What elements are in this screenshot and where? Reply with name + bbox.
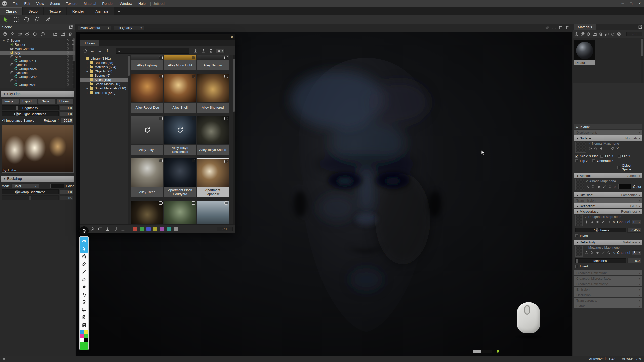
screenshot-icon[interactable] [80, 313, 88, 321]
delete-icon[interactable] [67, 31, 74, 37]
download-icon[interactable] [105, 227, 110, 231]
annotation-color-swatch[interactable] [84, 334, 88, 338]
map-clear-icon[interactable]: ✕ [612, 220, 615, 224]
visibility-icon[interactable] [71, 51, 75, 54]
tree-expander[interactable]: + [86, 70, 89, 73]
map-settings-icon[interactable] [588, 147, 592, 150]
brightness-slider[interactable]: Brightness 1.0 [0, 104, 75, 110]
material-section-header[interactable]: Clearcoat Microsurface: - [574, 276, 642, 281]
library-thumbnail[interactable]: Alley Tokyo [131, 116, 163, 155]
thumbnail-image[interactable] [131, 201, 163, 224]
folder-tree-scrollbar[interactable] [128, 55, 130, 224]
backdrop-brightness-handle[interactable] [16, 190, 18, 194]
visibility-icon[interactable] [71, 63, 75, 66]
material-section-header[interactable]: Clearcoat Reflectivity: - [574, 281, 642, 286]
menu-item[interactable]: Texture [63, 0, 80, 7]
library-folder[interactable]: − Library (1861) [80, 56, 130, 61]
child-light-handle[interactable] [16, 112, 18, 116]
material-item[interactable]: Default [574, 40, 595, 65]
lock-icon[interactable] [66, 43, 70, 46]
tag-color-swatch[interactable] [146, 227, 151, 231]
delete-material-icon[interactable] [598, 32, 603, 36]
brightness-handle[interactable] [16, 106, 18, 110]
menu-item[interactable]: View [33, 0, 47, 7]
thumbnail-image[interactable] [131, 116, 163, 144]
tag-color-swatch[interactable] [140, 227, 144, 231]
tree-expander[interactable]: + [86, 87, 89, 90]
diffusion-section-header[interactable]: ▼ Diffusion: Lambertian [574, 192, 642, 197]
visibility-icon[interactable] [71, 47, 75, 50]
backdrop-color-swatch[interactable] [50, 184, 64, 188]
thumbnail-checkbox[interactable] [224, 75, 228, 78]
child-light-track[interactable]: Child-Light Brightness [2, 111, 59, 116]
tag-color-swatch[interactable] [153, 227, 157, 231]
tag-color-swatch[interactable] [160, 227, 164, 231]
thumbnail-checkbox[interactable] [192, 117, 195, 120]
annotation-color-swatch[interactable] [84, 338, 88, 342]
scene-tree-item[interactable]: − Scene [0, 38, 75, 42]
user-assets-icon[interactable] [90, 227, 95, 231]
map-paint-icon[interactable] [599, 147, 603, 150]
brightness-value[interactable]: 1.0 [60, 105, 74, 110]
library-folder[interactable]: + Brushes (48) [80, 61, 130, 65]
thumbnail-image[interactable] [197, 201, 229, 224]
thumbnail-image[interactable] [197, 55, 229, 60]
tree-expander[interactable]: + [86, 91, 89, 94]
assign-material-icon[interactable] [605, 32, 609, 36]
library-titlebar[interactable]: ✕ [80, 35, 235, 40]
scene-tree-item[interactable]: − eyelashes [0, 71, 75, 75]
library-thumbnail[interactable]: Alley Trees [131, 158, 163, 197]
popout-icon[interactable] [69, 25, 73, 29]
library-folder[interactable]: Smart Masks (18) [80, 82, 130, 86]
thumbnail-image[interactable] [131, 158, 163, 187]
lock-icon[interactable] [66, 75, 70, 78]
local-assets-icon[interactable] [98, 227, 102, 231]
scene-tree-item[interactable]: + Group15825 [0, 67, 75, 71]
library-folder[interactable]: + Smart Materials (310) [80, 86, 130, 90]
workspace-tab[interactable]: Animate [90, 7, 114, 15]
visibility-icon[interactable] [71, 75, 75, 78]
albedo-section-header[interactable]: ▼ Albedo: Albedo [574, 173, 642, 178]
backdrop-brightness-value[interactable]: 1.0 [60, 189, 74, 194]
brush-size-icon[interactable] [80, 283, 88, 291]
duplicate-material-icon[interactable] [580, 32, 585, 36]
metalness-invert-checkbox[interactable] [575, 265, 578, 268]
scene-tree-item[interactable]: − AFM [0, 55, 75, 59]
library-thumbnail[interactable]: Alley Tokyo Shops [197, 116, 229, 155]
menu-item[interactable]: Edit [21, 0, 33, 7]
thumbnail-checkbox[interactable] [159, 117, 163, 120]
albedo-map-thumbnail[interactable] [575, 179, 584, 190]
visibility-icon[interactable] [71, 43, 75, 46]
thumbnail-checkbox[interactable] [192, 201, 195, 205]
library-folder[interactable]: + Objects (28) [80, 69, 130, 73]
annotation-color-swatch[interactable] [80, 334, 84, 338]
lock-icon[interactable] [66, 83, 70, 86]
surface-section-header[interactable]: ▼ Surface: Normals [574, 135, 642, 141]
texture-section-header[interactable]: ▶ Texture [574, 124, 642, 129]
thumbnail-image[interactable] [164, 201, 196, 224]
workspace-tab[interactable]: Setup [23, 7, 43, 15]
scene-tree-item[interactable]: − eyeballs [0, 63, 75, 67]
visibility-icon[interactable] [71, 59, 75, 62]
workspace-tab[interactable]: Classic [0, 7, 22, 15]
roughness-map-thumbnail[interactable] [575, 215, 583, 226]
split-view-icon[interactable] [552, 26, 556, 30]
menu-item[interactable]: Scene [47, 0, 63, 7]
minimize-button[interactable]: ─ [618, 0, 627, 7]
visibility-icon[interactable] [71, 39, 75, 42]
scene-tree-item[interactable]: Sky [0, 51, 75, 55]
current-color-swatch[interactable] [80, 342, 88, 350]
add-object-icon[interactable] [2, 31, 8, 37]
menu-item[interactable]: File [10, 0, 21, 7]
add-light-icon[interactable] [9, 31, 16, 37]
tree-expander[interactable]: + [86, 78, 89, 81]
thumbnail-image[interactable] [197, 74, 229, 102]
map-clear-icon[interactable]: ✕ [614, 185, 617, 189]
clear-all-icon[interactable] [80, 298, 88, 306]
scene-tree-item[interactable]: − hr [0, 79, 75, 83]
tree-expander[interactable]: + [11, 67, 13, 70]
map-search-icon[interactable] [591, 185, 595, 189]
map-settings-icon[interactable] [585, 251, 588, 255]
map-settings-icon[interactable] [586, 185, 590, 189]
tree-expander[interactable]: − [7, 63, 9, 66]
